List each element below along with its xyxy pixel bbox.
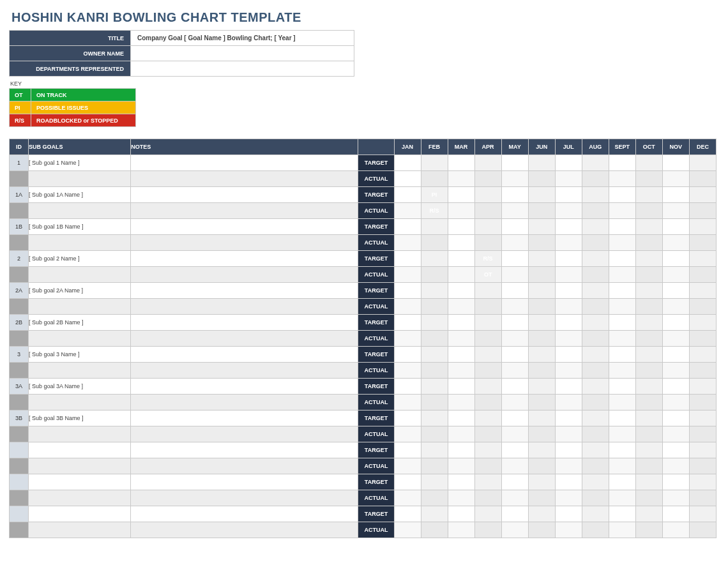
- month-cell[interactable]: [474, 395, 501, 411]
- month-cell[interactable]: [662, 363, 689, 379]
- month-cell[interactable]: [635, 267, 662, 283]
- month-cell[interactable]: [689, 219, 716, 235]
- month-cell[interactable]: [501, 187, 528, 203]
- month-cell[interactable]: [501, 219, 528, 235]
- month-cell[interactable]: [635, 395, 662, 411]
- month-cell[interactable]: [635, 411, 662, 426]
- notes-cell[interactable]: [131, 283, 358, 299]
- notes-cell-blank[interactable]: [131, 267, 358, 283]
- month-cell[interactable]: [474, 331, 501, 347]
- month-cell[interactable]: [501, 363, 528, 379]
- notes-cell[interactable]: [131, 155, 358, 171]
- month-cell[interactable]: [421, 235, 448, 251]
- month-cell[interactable]: [689, 155, 716, 171]
- month-cell[interactable]: [528, 442, 555, 458]
- month-cell[interactable]: [394, 426, 421, 442]
- month-cell[interactable]: [609, 458, 635, 474]
- subgoal-cell-blank[interactable]: [29, 458, 131, 474]
- subgoal-cell[interactable]: [29, 442, 131, 458]
- notes-cell[interactable]: [131, 315, 358, 331]
- subgoal-cell[interactable]: [ Sub goal 2 Name ]: [29, 251, 131, 267]
- month-cell[interactable]: [421, 506, 448, 522]
- month-cell[interactable]: [689, 235, 716, 251]
- id-cell[interactable]: 3A: [10, 379, 29, 395]
- month-cell[interactable]: [582, 187, 609, 203]
- notes-cell[interactable]: [131, 474, 358, 490]
- month-cell[interactable]: [501, 171, 528, 187]
- month-cell[interactable]: [555, 522, 582, 538]
- month-cell[interactable]: [609, 187, 635, 203]
- month-cell[interactable]: [501, 474, 528, 490]
- month-cell[interactable]: [555, 251, 582, 267]
- month-cell[interactable]: [474, 490, 501, 506]
- month-cell[interactable]: [528, 315, 555, 331]
- month-cell[interactable]: [528, 395, 555, 411]
- month-cell[interactable]: [635, 187, 662, 203]
- month-cell[interactable]: [582, 458, 609, 474]
- month-cell[interactable]: [555, 155, 582, 171]
- notes-cell-blank[interactable]: [131, 490, 358, 506]
- month-cell[interactable]: [528, 283, 555, 299]
- month-cell[interactable]: [394, 299, 421, 315]
- month-cell[interactable]: [609, 347, 635, 363]
- month-cell[interactable]: [421, 251, 448, 267]
- month-cell[interactable]: [501, 315, 528, 331]
- month-cell[interactable]: [555, 395, 582, 411]
- month-cell[interactable]: [394, 379, 421, 395]
- month-cell[interactable]: [689, 331, 716, 347]
- month-cell[interactable]: [609, 315, 635, 331]
- month-cell[interactable]: [421, 490, 448, 506]
- month-cell[interactable]: [474, 187, 501, 203]
- month-cell[interactable]: [421, 411, 448, 426]
- month-cell[interactable]: [555, 315, 582, 331]
- month-cell[interactable]: [635, 379, 662, 395]
- subgoal-cell[interactable]: [ Sub goal 1A Name ]: [29, 187, 131, 203]
- month-cell[interactable]: [528, 411, 555, 426]
- month-cell[interactable]: [555, 331, 582, 347]
- month-cell[interactable]: [662, 426, 689, 442]
- month-cell[interactable]: [635, 315, 662, 331]
- month-cell[interactable]: [474, 315, 501, 331]
- month-cell[interactable]: [501, 203, 528, 219]
- month-cell[interactable]: [421, 155, 448, 171]
- month-cell[interactable]: [528, 522, 555, 538]
- month-cell[interactable]: [555, 283, 582, 299]
- notes-cell[interactable]: [131, 379, 358, 395]
- subgoal-cell[interactable]: [29, 506, 131, 522]
- month-cell[interactable]: [528, 490, 555, 506]
- month-cell[interactable]: [528, 474, 555, 490]
- month-cell[interactable]: [582, 203, 609, 219]
- month-cell[interactable]: [501, 395, 528, 411]
- month-cell[interactable]: [501, 458, 528, 474]
- month-cell[interactable]: [689, 522, 716, 538]
- month-cell[interactable]: [394, 267, 421, 283]
- month-cell[interactable]: [689, 251, 716, 267]
- month-cell[interactable]: [421, 347, 448, 363]
- month-cell[interactable]: [421, 331, 448, 347]
- month-cell[interactable]: [501, 347, 528, 363]
- month-cell[interactable]: [689, 299, 716, 315]
- month-cell[interactable]: [528, 379, 555, 395]
- month-cell[interactable]: [582, 506, 609, 522]
- month-cell[interactable]: [501, 155, 528, 171]
- month-cell[interactable]: [689, 411, 716, 426]
- month-cell[interactable]: [448, 171, 474, 187]
- month-cell[interactable]: [609, 506, 635, 522]
- month-cell[interactable]: [528, 267, 555, 283]
- month-cell[interactable]: [582, 299, 609, 315]
- month-cell[interactable]: [662, 219, 689, 235]
- month-cell[interactable]: [448, 347, 474, 363]
- month-cell[interactable]: [421, 474, 448, 490]
- month-cell[interactable]: [394, 458, 421, 474]
- month-cell[interactable]: [662, 395, 689, 411]
- month-cell[interactable]: [474, 235, 501, 251]
- month-cell[interactable]: [609, 379, 635, 395]
- month-cell[interactable]: [421, 426, 448, 442]
- month-cell[interactable]: [609, 171, 635, 187]
- month-cell[interactable]: [394, 331, 421, 347]
- month-cell[interactable]: [662, 347, 689, 363]
- month-cell[interactable]: [421, 299, 448, 315]
- month-cell[interactable]: [448, 490, 474, 506]
- month-cell[interactable]: [582, 363, 609, 379]
- subgoal-cell-blank[interactable]: [29, 203, 131, 219]
